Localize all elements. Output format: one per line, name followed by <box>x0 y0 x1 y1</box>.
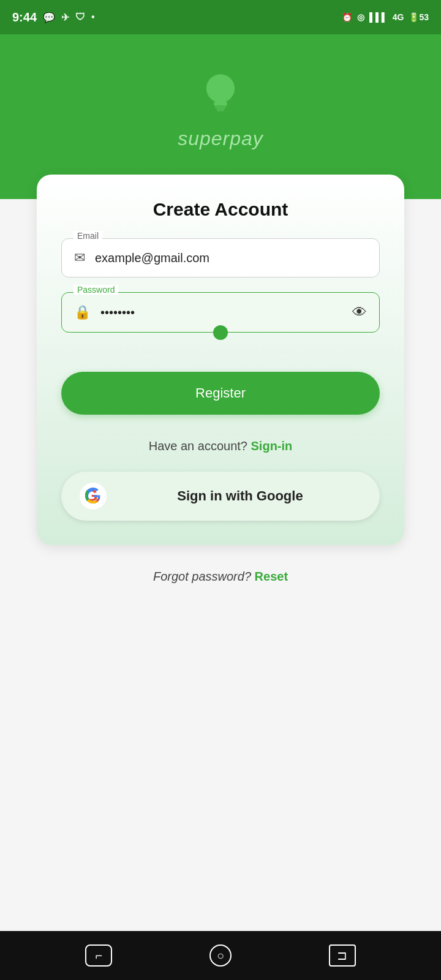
status-left: 9:44 💬 ✈ 🛡 • <box>12 10 95 24</box>
recents-button[interactable]: ⊐ <box>329 944 356 967</box>
lock-icon: 🔒 <box>74 304 91 320</box>
bottom-navigation: ⌐ ○ ⊐ <box>0 931 441 980</box>
brand-name: superpay <box>178 127 263 150</box>
email-input-container[interactable]: ✉ example@gmail.com <box>61 238 380 277</box>
reset-link[interactable]: Reset <box>255 570 288 583</box>
status-bar: 9:44 💬 ✈ 🛡 • ⏰ ◎ ▌▌▌ 4G 🔋53 <box>0 0 441 34</box>
sign-in-link[interactable]: Sign-in <box>251 439 293 453</box>
google-signin-button[interactable]: G Sign in with Google <box>61 472 380 521</box>
whatsapp-icon: 💬 <box>43 12 55 23</box>
password-strength-indicator <box>213 325 228 340</box>
brand-super: super <box>178 127 230 149</box>
email-value[interactable]: example@gmail.com <box>95 251 367 265</box>
svg-point-0 <box>206 74 235 102</box>
alarm-icon: ⏰ <box>342 12 352 22</box>
register-card: Create Account Email ✉ example@gmail.com… <box>37 175 404 545</box>
eye-toggle-icon[interactable]: 👁 <box>352 304 367 321</box>
telegram-icon: ✈ <box>61 12 69 23</box>
register-button[interactable]: Register <box>61 372 380 415</box>
card-title: Create Account <box>61 199 380 220</box>
google-logo-icon: G <box>80 483 107 510</box>
forgot-password-area: Forgot password? Reset <box>153 570 288 584</box>
back-button[interactable]: ⌐ <box>85 944 112 967</box>
email-icon: ✉ <box>74 250 85 266</box>
forgot-text: Forgot password? <box>153 570 251 583</box>
password-field-group: Password 🔒 •••••••• 👁 <box>61 292 380 333</box>
app-logo <box>196 71 245 120</box>
account-prompt: Have an account? Sign-in <box>61 439 380 453</box>
dot-icon: • <box>91 12 95 23</box>
password-label: Password <box>74 285 118 295</box>
google-signin-text: Sign in with Google <box>119 488 361 504</box>
4g-icon: 4G <box>393 12 404 22</box>
account-prompt-text: Have an account? <box>149 439 247 453</box>
location-icon: ◎ <box>357 12 364 22</box>
email-field-group: Email ✉ example@gmail.com <box>61 238 380 277</box>
main-content: Create Account Email ✉ example@gmail.com… <box>0 199 441 931</box>
battery-icon: 🔋53 <box>409 12 429 22</box>
signal-icon: ▌▌▌ <box>369 12 388 22</box>
email-label: Email <box>74 231 102 241</box>
status-time: 9:44 <box>12 10 37 24</box>
brand-pay: pay <box>230 127 263 149</box>
home-button[interactable]: ○ <box>209 944 232 967</box>
svg-rect-1 <box>214 102 227 106</box>
password-value[interactable]: •••••••• <box>100 306 342 320</box>
status-right: ⏰ ◎ ▌▌▌ 4G 🔋53 <box>342 12 429 22</box>
shield-icon: 🛡 <box>75 12 85 23</box>
svg-rect-3 <box>217 108 224 111</box>
